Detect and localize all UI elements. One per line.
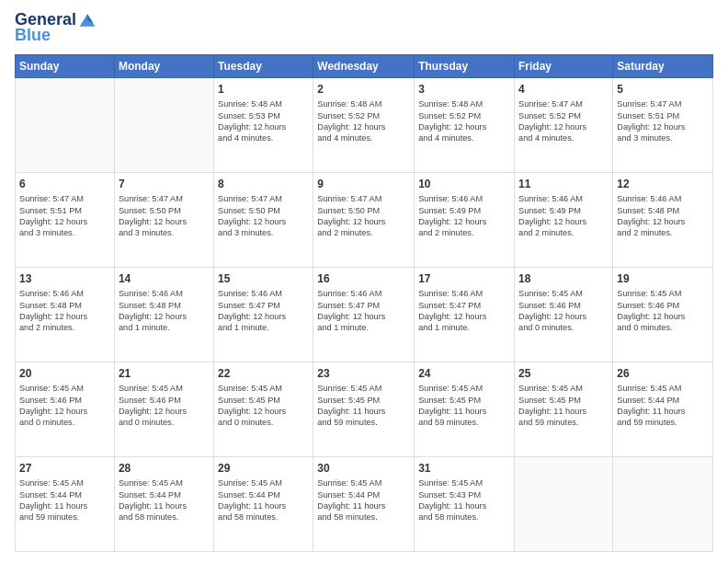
day-info: Sunrise: 5:46 AM Sunset: 5:48 PM Dayligh…: [19, 288, 110, 334]
calendar-cell: [114, 78, 213, 173]
calendar-cell: 28Sunrise: 5:45 AM Sunset: 5:44 PM Dayli…: [114, 457, 213, 552]
calendar-cell: 22Sunrise: 5:45 AM Sunset: 5:45 PM Dayli…: [214, 362, 313, 457]
day-number: 23: [317, 366, 410, 381]
day-info: Sunrise: 5:45 AM Sunset: 5:44 PM Dayligh…: [119, 477, 210, 523]
day-info: Sunrise: 5:47 AM Sunset: 5:50 PM Dayligh…: [119, 193, 210, 239]
day-number: 21: [119, 366, 210, 381]
day-info: Sunrise: 5:46 AM Sunset: 5:49 PM Dayligh…: [418, 193, 510, 239]
calendar-cell: 2Sunrise: 5:48 AM Sunset: 5:52 PM Daylig…: [313, 78, 415, 173]
calendar-cell: 20Sunrise: 5:45 AM Sunset: 5:46 PM Dayli…: [16, 362, 115, 457]
calendar-cell: 27Sunrise: 5:45 AM Sunset: 5:44 PM Dayli…: [16, 457, 115, 552]
calendar-week-row: 20Sunrise: 5:45 AM Sunset: 5:46 PM Dayli…: [16, 362, 713, 457]
day-number: 1: [218, 82, 309, 97]
day-number: 27: [19, 461, 110, 476]
calendar-cell: 24Sunrise: 5:45 AM Sunset: 5:45 PM Dayli…: [415, 362, 515, 457]
day-number: 9: [317, 177, 410, 191]
calendar-cell: 31Sunrise: 5:45 AM Sunset: 5:43 PM Dayli…: [415, 457, 515, 552]
calendar-cell: 26Sunrise: 5:45 AM Sunset: 5:44 PM Dayli…: [613, 362, 713, 457]
day-info: Sunrise: 5:47 AM Sunset: 5:52 PM Dayligh…: [518, 98, 609, 144]
day-info: Sunrise: 5:45 AM Sunset: 5:45 PM Dayligh…: [518, 383, 609, 429]
day-info: Sunrise: 5:47 AM Sunset: 5:50 PM Dayligh…: [317, 193, 410, 239]
day-info: Sunrise: 5:45 AM Sunset: 5:46 PM Dayligh…: [19, 383, 110, 429]
day-number: 18: [518, 271, 609, 286]
calendar-cell: 6Sunrise: 5:47 AM Sunset: 5:51 PM Daylig…: [16, 173, 115, 268]
day-info: Sunrise: 5:47 AM Sunset: 5:51 PM Dayligh…: [19, 193, 110, 239]
day-number: 2: [317, 82, 410, 97]
day-number: 24: [418, 366, 510, 381]
day-number: 19: [617, 271, 709, 286]
day-number: 26: [617, 366, 709, 381]
day-number: 13: [19, 271, 110, 286]
page-container: General Blue SundayMondayTuesdayWednesda…: [0, 0, 728, 563]
day-number: 5: [617, 82, 709, 97]
day-info: Sunrise: 5:46 AM Sunset: 5:47 PM Dayligh…: [418, 288, 510, 334]
logo: General Blue: [15, 11, 97, 45]
day-info: Sunrise: 5:45 AM Sunset: 5:44 PM Dayligh…: [218, 477, 309, 523]
day-number: 10: [418, 177, 510, 191]
day-number: 22: [218, 366, 309, 381]
day-info: Sunrise: 5:45 AM Sunset: 5:46 PM Dayligh…: [617, 288, 709, 334]
day-number: 7: [119, 177, 210, 191]
day-number: 29: [218, 461, 309, 476]
calendar-cell: 25Sunrise: 5:45 AM Sunset: 5:45 PM Dayli…: [515, 362, 613, 457]
calendar-cell: 5Sunrise: 5:47 AM Sunset: 5:51 PM Daylig…: [613, 78, 713, 173]
day-number: 14: [119, 271, 210, 286]
day-info: Sunrise: 5:45 AM Sunset: 5:44 PM Dayligh…: [617, 383, 709, 429]
logo-icon: [78, 11, 97, 29]
day-info: Sunrise: 5:48 AM Sunset: 5:52 PM Dayligh…: [317, 98, 410, 144]
weekday-header: Sunday: [16, 55, 115, 78]
weekday-header: Saturday: [613, 55, 713, 78]
calendar-cell: 7Sunrise: 5:47 AM Sunset: 5:50 PM Daylig…: [114, 173, 213, 268]
calendar-cell: [16, 78, 115, 173]
day-number: 16: [317, 271, 410, 286]
calendar-cell: 13Sunrise: 5:46 AM Sunset: 5:48 PM Dayli…: [16, 268, 115, 362]
day-number: 30: [317, 461, 410, 476]
weekday-header: Tuesday: [214, 55, 313, 78]
calendar-cell: 3Sunrise: 5:48 AM Sunset: 5:52 PM Daylig…: [415, 78, 515, 173]
day-number: 8: [218, 177, 309, 191]
day-number: 12: [617, 177, 709, 191]
day-info: Sunrise: 5:48 AM Sunset: 5:53 PM Dayligh…: [218, 98, 309, 144]
weekday-header: Wednesday: [313, 55, 415, 78]
day-info: Sunrise: 5:46 AM Sunset: 5:49 PM Dayligh…: [518, 193, 609, 239]
calendar-week-row: 6Sunrise: 5:47 AM Sunset: 5:51 PM Daylig…: [16, 173, 713, 268]
day-info: Sunrise: 5:45 AM Sunset: 5:46 PM Dayligh…: [119, 383, 210, 429]
calendar-header-row: SundayMondayTuesdayWednesdayThursdayFrid…: [16, 55, 713, 78]
calendar-cell: 14Sunrise: 5:46 AM Sunset: 5:48 PM Dayli…: [114, 268, 213, 362]
day-number: 31: [418, 461, 510, 476]
day-number: 3: [418, 82, 510, 97]
calendar-cell: 15Sunrise: 5:46 AM Sunset: 5:47 PM Dayli…: [214, 268, 313, 362]
day-number: 28: [119, 461, 210, 476]
calendar-cell: 23Sunrise: 5:45 AM Sunset: 5:45 PM Dayli…: [313, 362, 415, 457]
day-info: Sunrise: 5:45 AM Sunset: 5:46 PM Dayligh…: [518, 288, 609, 334]
day-info: Sunrise: 5:46 AM Sunset: 5:48 PM Dayligh…: [119, 288, 210, 334]
calendar-table: SundayMondayTuesdayWednesdayThursdayFrid…: [15, 54, 713, 552]
day-info: Sunrise: 5:45 AM Sunset: 5:44 PM Dayligh…: [19, 477, 110, 523]
day-number: 25: [518, 366, 609, 381]
calendar-cell: 30Sunrise: 5:45 AM Sunset: 5:44 PM Dayli…: [313, 457, 415, 552]
day-number: 4: [518, 82, 609, 97]
day-info: Sunrise: 5:47 AM Sunset: 5:50 PM Dayligh…: [218, 193, 309, 239]
calendar-cell: 9Sunrise: 5:47 AM Sunset: 5:50 PM Daylig…: [313, 173, 415, 268]
day-info: Sunrise: 5:46 AM Sunset: 5:48 PM Dayligh…: [617, 193, 709, 239]
calendar-cell: [515, 457, 613, 552]
calendar-cell: 19Sunrise: 5:45 AM Sunset: 5:46 PM Dayli…: [613, 268, 713, 362]
calendar-cell: 1Sunrise: 5:48 AM Sunset: 5:53 PM Daylig…: [214, 78, 313, 173]
day-info: Sunrise: 5:45 AM Sunset: 5:44 PM Dayligh…: [317, 477, 410, 523]
day-info: Sunrise: 5:45 AM Sunset: 5:43 PM Dayligh…: [418, 477, 510, 523]
calendar-cell: 12Sunrise: 5:46 AM Sunset: 5:48 PM Dayli…: [613, 173, 713, 268]
calendar-cell: 4Sunrise: 5:47 AM Sunset: 5:52 PM Daylig…: [515, 78, 613, 173]
calendar-cell: 29Sunrise: 5:45 AM Sunset: 5:44 PM Dayli…: [214, 457, 313, 552]
day-number: 6: [19, 177, 110, 191]
calendar-cell: 10Sunrise: 5:46 AM Sunset: 5:49 PM Dayli…: [415, 173, 515, 268]
calendar-week-row: 1Sunrise: 5:48 AM Sunset: 5:53 PM Daylig…: [16, 78, 713, 173]
day-info: Sunrise: 5:45 AM Sunset: 5:45 PM Dayligh…: [218, 383, 309, 429]
calendar-cell: 8Sunrise: 5:47 AM Sunset: 5:50 PM Daylig…: [214, 173, 313, 268]
day-number: 17: [418, 271, 510, 286]
page-header: General Blue: [15, 11, 713, 45]
calendar-cell: 18Sunrise: 5:45 AM Sunset: 5:46 PM Dayli…: [515, 268, 613, 362]
day-info: Sunrise: 5:46 AM Sunset: 5:47 PM Dayligh…: [317, 288, 410, 334]
weekday-header: Monday: [114, 55, 213, 78]
day-info: Sunrise: 5:47 AM Sunset: 5:51 PM Dayligh…: [617, 98, 709, 144]
day-info: Sunrise: 5:45 AM Sunset: 5:45 PM Dayligh…: [418, 383, 510, 429]
